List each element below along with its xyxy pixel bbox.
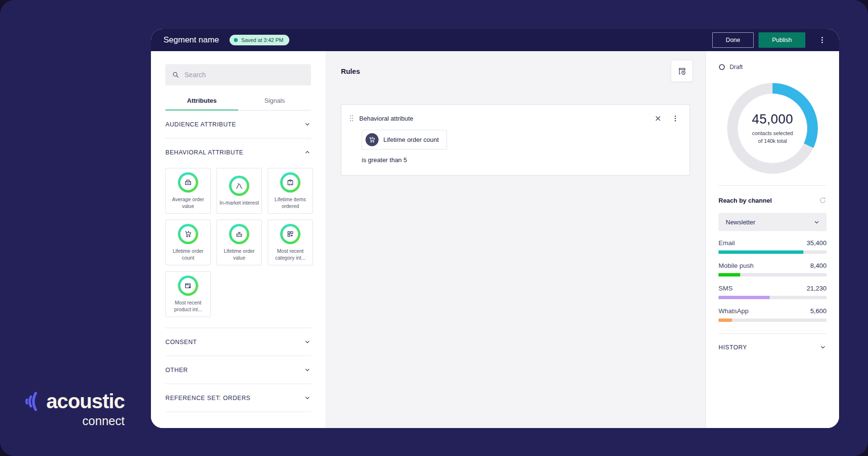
attribute-tile[interactable]: Lifetime items ordered (268, 168, 313, 214)
logo-brand-text: acoustic (46, 390, 124, 413)
rules-heading: Rules (341, 68, 690, 75)
tile-gradient-ring (280, 172, 300, 193)
attribute-tile[interactable]: Most recent product int... (165, 271, 211, 317)
rule-overflow-menu[interactable] (672, 115, 679, 122)
attribute-tile[interactable]: Most recent category int... (268, 220, 313, 265)
channel-progress-track (719, 273, 827, 276)
divider (719, 185, 827, 186)
attribute-tile[interactable]: Lifetime order value (217, 220, 262, 265)
saved-status-badge: Saved at 3:42 PM (230, 35, 289, 45)
cash-register-icon (184, 179, 192, 186)
channel-value: 5,600 (810, 307, 827, 315)
sidebar-tabs: Attributes Signals (165, 97, 311, 111)
channel-progress-track (719, 250, 827, 254)
header-overflow-menu[interactable] (818, 36, 827, 44)
done-button[interactable]: Done (712, 32, 754, 48)
chevron-down-icon (304, 394, 311, 401)
section-other[interactable]: OTHER (165, 356, 311, 384)
attribute-tile-label: Most recent product int... (166, 299, 210, 313)
refresh-button[interactable] (819, 196, 827, 204)
attribute-sidebar: Attributes Signals AUDIENCE ATTRIBUTE BE… (151, 51, 326, 428)
attribute-tile-label: Lifetime order count (166, 248, 210, 261)
contacts-selected-count: 45,000 (752, 112, 793, 127)
tile-gradient-ring (178, 172, 198, 193)
history-label: HISTORY (719, 344, 747, 351)
channel-name: SMS (719, 285, 732, 292)
toggle-summary-panel-button[interactable] (671, 60, 693, 82)
tile-gradient-ring (280, 224, 300, 244)
rule-type-label: Behavioral attribute (359, 115, 413, 122)
channel-value: 35,400 (807, 239, 827, 247)
attribute-chip[interactable]: Lifetime order count (362, 130, 447, 150)
attribute-chip-label: Lifetime order count (383, 136, 439, 143)
channel-value: 21,230 (807, 285, 827, 292)
segment-name-title[interactable]: Segment name (163, 35, 219, 45)
channel-progress-track (719, 296, 827, 299)
status-row: Draft (719, 64, 827, 70)
channel-name: Email (719, 239, 735, 247)
rules-panel: Rules Behavioral attribute (326, 51, 705, 428)
attribute-tile-label: Lifetime order value (217, 248, 261, 261)
section-behavioral-attribute[interactable]: BEHAVIORAL ATTRIBUTE (165, 138, 311, 166)
close-icon (655, 115, 661, 122)
rule-condition-text[interactable]: is greater than 5 (362, 156, 679, 164)
section-label: BEHAVIORAL ATTRIBUTE (165, 149, 244, 156)
saved-dot-icon (234, 38, 238, 42)
search-input[interactable] (185, 71, 304, 79)
refresh-icon (819, 196, 827, 204)
remove-rule-button[interactable] (655, 115, 661, 122)
package-icon (286, 179, 294, 186)
channel-list: Email 35,400 Mobile push 8,400 SMS 21,23… (719, 239, 827, 322)
attribute-tile[interactable]: Average order value (165, 168, 211, 214)
channel-row: SMS 21,230 (719, 285, 827, 299)
chevron-down-icon (819, 344, 827, 351)
tile-gradient-ring (178, 224, 198, 244)
logo-product-text: connect (24, 414, 124, 428)
tile-gradient-ring (229, 176, 249, 196)
attribute-tile-label: Lifetime items ordered (268, 196, 312, 209)
contacts-selected-caption: contacts selected of 140k total (752, 130, 793, 145)
page-background: acoustic connect Segment name Saved at 3… (0, 0, 868, 456)
search-box[interactable] (165, 64, 311, 85)
channel-name: Mobile push (719, 262, 754, 269)
contacts-donut-chart: 45,000 contacts selected of 140k total (727, 83, 818, 174)
acoustic-logo: acoustic connect (24, 390, 124, 428)
panel-clock-icon (678, 67, 687, 76)
section-label: OTHER (165, 367, 188, 373)
rule-card: Behavioral attribute Lifetime (341, 104, 690, 176)
register-value-icon (235, 230, 243, 238)
section-reference-set-orders[interactable]: REFERENCE SET: ORDERS (165, 384, 311, 412)
tile-gradient-ring (178, 276, 198, 296)
chevron-down-icon (813, 219, 820, 226)
section-history[interactable]: HISTORY (719, 334, 827, 360)
section-label: AUDIENCE ATTRIBUTE (165, 121, 236, 128)
channel-progress-fill (719, 296, 770, 299)
channel-value: 8,400 (810, 262, 827, 269)
app-window: Segment name Saved at 3:42 PM Done Publi… (151, 29, 839, 428)
attribute-tile[interactable]: In-market interest (217, 168, 262, 214)
category-heart-icon (286, 230, 294, 238)
divider (165, 412, 311, 412)
publish-button[interactable]: Publish (759, 32, 805, 48)
section-audience-attribute[interactable]: AUDIENCE ATTRIBUTE (165, 111, 311, 138)
chevron-down-icon (304, 338, 311, 345)
channel-row: WhatsApp 5,600 (719, 307, 827, 322)
drag-handle[interactable] (349, 114, 354, 122)
tile-gradient-ring (229, 224, 249, 244)
tab-attributes[interactable]: Attributes (165, 97, 238, 111)
section-label: CONSENT (165, 339, 197, 345)
tab-signals[interactable]: Signals (238, 97, 311, 111)
summary-panel: Draft 45,000 contacts selected of 140k t… (705, 51, 839, 428)
cart-icon (368, 136, 376, 143)
attribute-tile-label: Most recent category int... (268, 248, 312, 261)
bell-curve-icon (235, 182, 243, 190)
chevron-down-icon (304, 366, 311, 373)
status-label: Draft (730, 64, 743, 70)
channel-filter-dropdown[interactable]: Newsletter (719, 213, 827, 231)
donut-center: 45,000 contacts selected of 140k total (738, 94, 807, 163)
chevron-down-icon (304, 121, 311, 128)
attribute-tile[interactable]: Lifetime order count (165, 220, 211, 265)
channel-row: Email 35,400 (719, 239, 827, 254)
drag-handle-icon (349, 114, 354, 122)
section-consent[interactable]: CONSENT (165, 328, 311, 356)
